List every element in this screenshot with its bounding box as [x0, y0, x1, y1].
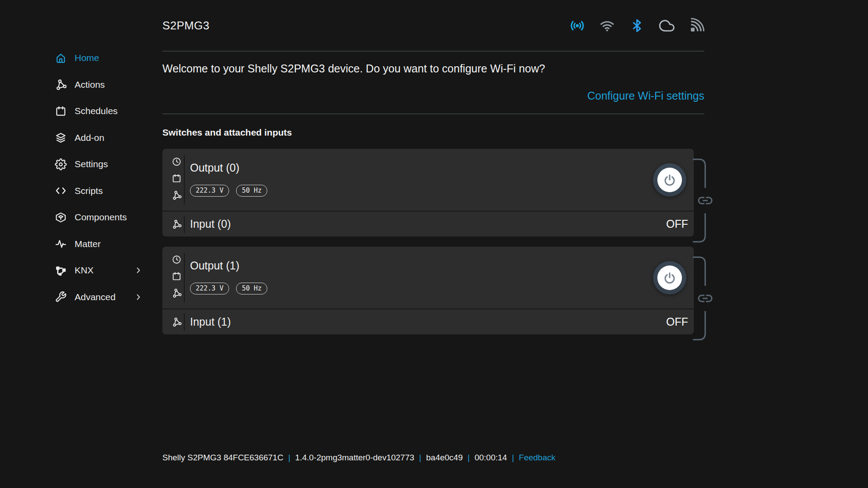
layers-icon: [55, 132, 67, 144]
chevron-right-icon: [134, 293, 143, 301]
sidebar-item-advanced[interactable]: Advanced: [55, 284, 143, 311]
switch-cards: Output (0) 222.3 V 50 Hz: [162, 149, 704, 334]
sidebar-item-matter[interactable]: Matter: [55, 231, 143, 258]
status-icon-bar: [570, 18, 704, 33]
badge-row: 222.3 V 50 Hz: [190, 283, 653, 294]
footer-separator: |: [419, 453, 421, 463]
actions-icon[interactable]: [172, 190, 182, 200]
schedule-calendar-icon[interactable]: [172, 271, 182, 281]
sidebar-item-label: Schedules: [75, 106, 118, 116]
input-row-0: Input (0) OFF: [162, 212, 694, 237]
switch-group-0: Output (0) 222.3 V 50 Hz: [162, 149, 694, 237]
output-info: Output (1) 222.3 V 50 Hz: [185, 247, 653, 309]
input-icon-column: [171, 317, 182, 327]
cube-icon: [55, 212, 67, 223]
welcome-banner: Welcome to your Shelly S2PMG3 device. Do…: [162, 51, 704, 114]
timer-clock-icon[interactable]: [172, 157, 182, 167]
calendar-icon: [55, 105, 67, 117]
chevron-right-icon: [134, 266, 143, 275]
switch-group-1: Output (1) 222.3 V 50 Hz: [162, 247, 694, 334]
access-point-icon[interactable]: [570, 18, 585, 33]
output-row-1: Output (1) 222.3 V 50 Hz: [162, 247, 694, 309]
sidebar-item-label: Scripts: [75, 186, 103, 196]
switch-card-1: Output (1) 222.3 V 50 Hz: [162, 247, 694, 334]
sidebar-item-home[interactable]: Home: [55, 45, 143, 72]
actions-icon[interactable]: [172, 317, 182, 327]
power-toggle-button[interactable]: [653, 261, 686, 294]
output-title: Output (0): [190, 161, 653, 174]
badge-row: 222.3 V 50 Hz: [190, 185, 653, 197]
footer-build-hash: ba4e0c49: [426, 453, 463, 463]
footer-separator: |: [467, 453, 470, 463]
schedule-calendar-icon[interactable]: [172, 173, 182, 183]
input-title: Input (0): [190, 218, 231, 230]
gear-icon: [55, 158, 67, 170]
code-icon: [55, 185, 67, 197]
sidebar-item-components[interactable]: Components: [55, 204, 143, 231]
page-header: S2PMG3: [162, 0, 704, 51]
input-icon-column: [171, 219, 182, 229]
section-title: Switches and attached inputs: [162, 127, 704, 138]
output-title: Output (1): [190, 259, 653, 272]
input-title: Input (1): [190, 316, 231, 328]
power-button-wrap: [653, 149, 694, 211]
input-state-badge: OFF: [666, 218, 688, 230]
sidebar-item-schedules[interactable]: Schedules: [55, 98, 143, 125]
sidebar-item-label: Add-on: [75, 133, 104, 143]
footer-separator: |: [288, 453, 291, 463]
power-icon: [663, 271, 676, 284]
sidebar-item-label: Settings: [75, 159, 108, 169]
sidebar-item-label: Advanced: [75, 292, 115, 302]
input-state-badge: OFF: [666, 316, 688, 328]
power-button-face: [657, 266, 682, 290]
power-button-face: [657, 168, 682, 192]
footer-device-id: Shelly S2PMG3 84FCE636671C: [162, 453, 283, 463]
pulse-icon: [55, 238, 67, 250]
sidebar-item-addon[interactable]: Add-on: [55, 125, 143, 151]
sidebar-item-label: Components: [75, 212, 127, 222]
main-content: S2PMG3 Welcome to your Shelly S2PMG3 dev…: [162, 0, 704, 344]
rf-signal-icon[interactable]: [689, 18, 704, 33]
actions-icon[interactable]: [172, 288, 182, 298]
link-icon: [699, 197, 704, 204]
welcome-message: Welcome to your Shelly S2PMG3 device. Do…: [162, 62, 704, 75]
bluetooth-icon[interactable]: [629, 18, 645, 33]
divider: [184, 215, 185, 233]
sidebar-item-knx[interactable]: KNX: [55, 257, 143, 284]
sidebar-nav: Home Actions Schedules Add-on Settings S…: [55, 45, 143, 310]
output-icon-column: [171, 149, 182, 211]
sidebar-item-label: Home: [75, 53, 99, 63]
knx-network-icon: [55, 265, 67, 276]
output-row-0: Output (0) 222.3 V 50 Hz: [162, 149, 694, 211]
switch-card-0: Output (0) 222.3 V 50 Hz: [162, 149, 694, 237]
sidebar-item-label: KNX: [75, 265, 93, 276]
link-icon: [699, 295, 704, 301]
feedback-link[interactable]: Feedback: [519, 453, 555, 463]
configure-wifi-link[interactable]: Configure Wi-Fi settings: [587, 90, 704, 102]
sidebar-item-settings[interactable]: Settings: [55, 151, 143, 178]
wrench-icon: [55, 291, 67, 303]
sidebar-item-label: Actions: [75, 79, 105, 90]
timer-clock-icon[interactable]: [172, 255, 182, 265]
sidebar: Home Actions Schedules Add-on Settings S…: [0, 0, 162, 488]
power-button-wrap: [653, 247, 694, 309]
output-input-link-bracket: [693, 256, 713, 341]
sidebar-item-actions[interactable]: Actions: [55, 72, 143, 98]
sidebar-item-scripts[interactable]: Scripts: [55, 178, 143, 205]
cloud-icon[interactable]: [659, 18, 674, 33]
footer-separator: |: [512, 453, 514, 463]
voltage-badge: 222.3 V: [190, 185, 229, 197]
footer: Shelly S2PMG3 84FCE636671C | 1.4.0-2pmg3…: [162, 453, 704, 463]
sidebar-item-label: Matter: [75, 239, 101, 249]
wifi-icon[interactable]: [599, 18, 615, 33]
footer-firmware-version: 1.4.0-2pmg3matter0-dev102773: [295, 453, 414, 463]
output-info: Output (0) 222.3 V 50 Hz: [185, 149, 653, 211]
footer-uptime: 00:00:14: [474, 453, 507, 463]
frequency-badge: 50 Hz: [236, 283, 267, 294]
actions-icon: [55, 79, 67, 90]
voltage-badge: 222.3 V: [190, 283, 229, 294]
power-toggle-button[interactable]: [653, 163, 686, 197]
actions-icon[interactable]: [172, 219, 182, 229]
frequency-badge: 50 Hz: [236, 185, 267, 197]
power-icon: [663, 173, 676, 187]
